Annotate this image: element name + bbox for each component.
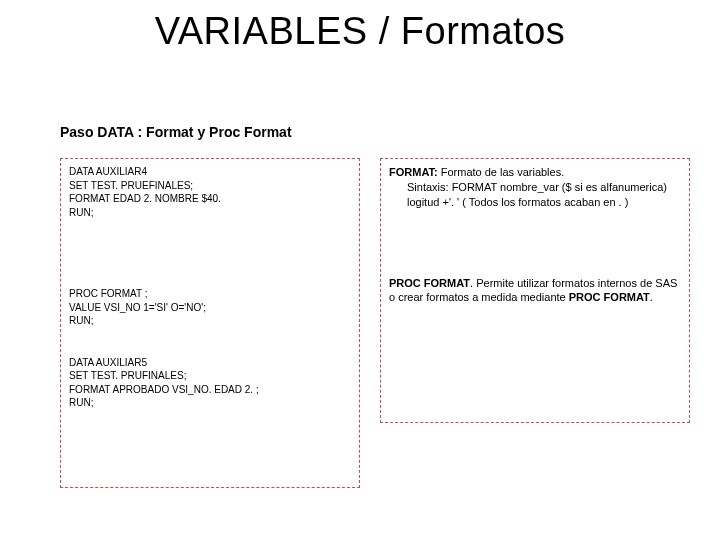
format-label: FORMAT:	[389, 166, 438, 178]
format-text: Formato de las variables.	[438, 166, 565, 178]
proc-format-text-b: .	[650, 291, 653, 303]
proc-format-bold: PROC FORMAT	[569, 291, 650, 303]
slide-subtitle: Paso DATA : Format y Proc Format	[60, 124, 292, 140]
format-syntax: Sintaxis: FORMAT nombre_var ($ si es alf…	[389, 180, 681, 210]
code-block-2: PROC FORMAT ; VALUE VSI_NO 1='SI' O='NO'…	[69, 287, 351, 328]
format-description: FORMAT: Formato de las variables. Sintax…	[389, 165, 681, 210]
proc-format-description: PROC FORMAT. Permite utilizar formatos i…	[389, 276, 681, 306]
slide-title: VARIABLES / Formatos	[0, 10, 720, 53]
code-box-left: DATA AUXILIAR4 SET TEST. PRUEFINALES; FO…	[60, 158, 360, 488]
code-block-3: DATA AUXILIAR5 SET TEST. PRUFINALES; FOR…	[69, 356, 351, 410]
description-box-right: FORMAT: Formato de las variables. Sintax…	[380, 158, 690, 423]
proc-format-label: PROC FORMAT	[389, 277, 470, 289]
slide: VARIABLES / Formatos Paso DATA : Format …	[0, 0, 720, 540]
code-block-1: DATA AUXILIAR4 SET TEST. PRUEFINALES; FO…	[69, 165, 351, 219]
